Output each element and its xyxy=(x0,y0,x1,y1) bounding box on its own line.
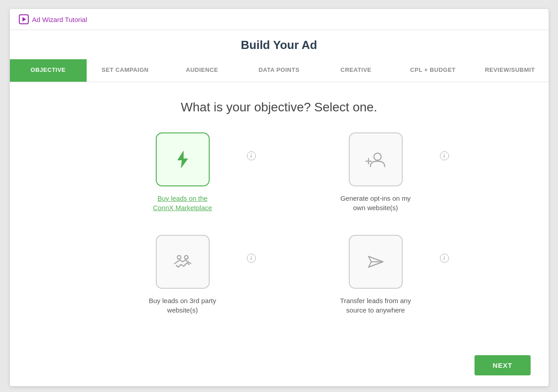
tab-creative[interactable]: CREATIVE xyxy=(317,59,394,82)
info-icon-transfer[interactable]: i xyxy=(440,254,449,263)
option-own-website: Generate opt-ins on my own website(s) i xyxy=(315,132,436,212)
option-label-own-website[interactable]: Generate opt-ins on my own website(s) xyxy=(340,194,412,212)
next-button[interactable]: NEXT xyxy=(475,355,530,375)
options-grid: Buy leads on the ConnX Marketplace i Gen… xyxy=(122,132,436,315)
info-icon-own-website[interactable]: i xyxy=(440,151,449,160)
option-label-third-party[interactable]: Buy leads on 3rd party website(s) xyxy=(147,296,219,315)
page-title: Build Your Ad xyxy=(10,38,549,52)
tab-set-campaign[interactable]: SET CAMPAIGN xyxy=(87,59,163,82)
tab-review-submit[interactable]: REVIEW/SUBMIT xyxy=(471,59,548,82)
svg-point-7 xyxy=(185,255,188,259)
main-container: Ad Wizard Tutorial Build Your Ad OBJECTI… xyxy=(10,9,549,386)
logo-text: Ad Wizard Tutorial xyxy=(32,16,88,23)
content-area: What is your objective? Select one. Buy … xyxy=(10,82,549,348)
option-card-marketplace[interactable] xyxy=(156,132,210,186)
footer: NEXT xyxy=(10,348,549,386)
option-label-marketplace[interactable]: Buy leads on the ConnX Marketplace xyxy=(147,194,219,212)
tab-audience[interactable]: AUDIENCE xyxy=(163,59,240,82)
tab-objective[interactable]: OBJECTIVE xyxy=(10,59,87,82)
send-icon xyxy=(365,251,387,273)
page-title-area: Build Your Ad xyxy=(10,30,549,52)
tab-cpl-budget[interactable]: CPL + BUDGET xyxy=(395,59,471,82)
objective-question: What is your objective? Select one. xyxy=(181,100,377,115)
option-marketplace: Buy leads on the ConnX Marketplace i xyxy=(122,132,243,212)
option-card-third-party[interactable] xyxy=(156,235,210,289)
option-card-own-website[interactable] xyxy=(349,132,403,186)
logo-area[interactable]: Ad Wizard Tutorial xyxy=(19,14,88,24)
handshake-icon xyxy=(172,251,193,273)
nav-tabs: OBJECTIVE SET CAMPAIGN AUDIENCE DATA POI… xyxy=(10,59,549,82)
top-bar: Ad Wizard Tutorial xyxy=(10,9,549,30)
tab-data-points[interactable]: DATA POINTS xyxy=(241,59,317,82)
info-icon-third-party[interactable]: i xyxy=(247,254,256,263)
add-person-icon xyxy=(365,149,387,170)
info-icon-marketplace[interactable]: i xyxy=(247,151,256,160)
option-third-party: Buy leads on 3rd party website(s) i xyxy=(122,235,243,315)
svg-marker-2 xyxy=(177,150,188,168)
option-transfer: Transfer leads from any source to anywhe… xyxy=(315,235,436,315)
svg-marker-1 xyxy=(22,17,26,22)
lightning-icon xyxy=(172,149,193,170)
option-label-transfer[interactable]: Transfer leads from any source to anywhe… xyxy=(340,296,412,315)
svg-point-6 xyxy=(177,255,181,259)
svg-point-3 xyxy=(374,153,381,160)
option-card-transfer[interactable] xyxy=(349,235,403,289)
logo-icon xyxy=(19,14,29,24)
